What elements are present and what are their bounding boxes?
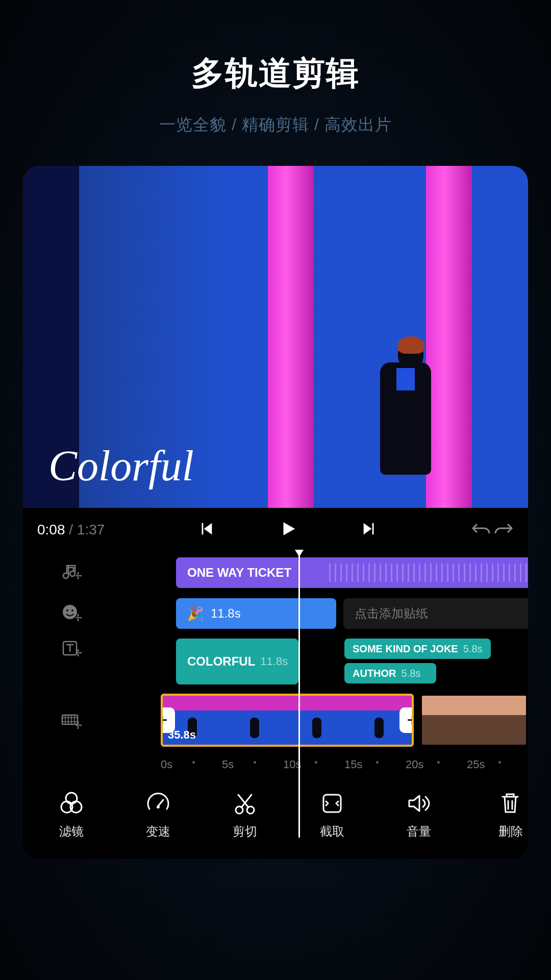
add-clip-before-button[interactable]: + [161, 707, 175, 733]
speed-button[interactable]: 变速 [115, 791, 202, 840]
text-label: SOME KIND OF JOKE [353, 643, 458, 655]
ruler-tick: 0s [161, 758, 222, 771]
ruler-tick: 10s [283, 758, 344, 771]
volume-button[interactable]: 音量 [375, 791, 462, 840]
music-label: ONE WAY TICKET [187, 566, 291, 580]
text-clip-extra[interactable]: AUTHOR 5.8s [344, 663, 436, 683]
editor-frame: Colorful 0:08 / 1:37 [23, 166, 528, 859]
timecode-total: 1:37 [77, 522, 105, 537]
emoji-icon [61, 603, 82, 624]
video-clip-selected[interactable]: + 35.8s + [161, 694, 414, 747]
cut-button[interactable]: 剪切 [202, 791, 288, 840]
next-icon [361, 520, 378, 537]
text-label: COLORFUL [187, 654, 255, 669]
filter-icon [59, 791, 84, 816]
crop-button[interactable]: 截取 [289, 791, 375, 840]
tool-label: 音量 [407, 823, 431, 840]
ruler-tick: 15s [344, 758, 406, 771]
playhead[interactable] [298, 553, 300, 838]
text-clip-extra[interactable]: SOME KIND OF JOKE 5.8s [344, 639, 491, 659]
ruler-tick: 20s [406, 758, 467, 771]
svg-point-2 [71, 609, 73, 611]
ruler-tick: 25s [467, 758, 528, 771]
tool-label: 删除 [498, 823, 523, 840]
text-label: AUTHOR [353, 668, 396, 679]
tool-label: 截取 [320, 823, 344, 840]
svg-point-1 [66, 609, 68, 611]
sticker-placeholder-text: 点击添加贴纸 [355, 605, 428, 622]
preview-pillar [268, 166, 314, 508]
music-track: ONE WAY TICKET [23, 557, 528, 589]
timeline: ONE WAY TICKET 🎉 11.8s 点击添加贴纸 COLORFUL 1 [23, 552, 528, 859]
redo-button[interactable] [493, 521, 514, 538]
timecode-current: 0:08 [37, 522, 65, 537]
text-duration: 5.8s [463, 643, 483, 655]
text-clip-main[interactable]: COLORFUL 11.8s [176, 639, 298, 684]
playback-bar: 0:08 / 1:37 [23, 508, 528, 552]
preview-subject [375, 334, 436, 477]
tool-label: 剪切 [233, 823, 257, 840]
sticker-track: 🎉 11.8s 点击添加贴纸 [23, 598, 528, 629]
add-sticker-button[interactable] [23, 603, 120, 624]
prev-button[interactable] [191, 520, 221, 540]
waveform [329, 564, 528, 582]
film-icon [61, 710, 82, 730]
tool-label: 滤镜 [59, 823, 84, 840]
video-track: + 35.8s + [23, 694, 528, 747]
play-button[interactable] [272, 520, 303, 540]
text-track: COLORFUL 11.8s SOME KIND OF JOKE 5.8s AU… [23, 639, 528, 684]
ruler-tick: 5s [222, 758, 283, 771]
sticker-duration: 11.8s [211, 606, 241, 621]
svg-point-5 [66, 793, 77, 804]
timecode: 0:08 / 1:37 [37, 522, 105, 538]
svg-point-0 [63, 605, 77, 619]
video-thumbnails [163, 696, 412, 745]
volume-icon [406, 791, 432, 816]
trash-icon [497, 791, 523, 816]
bottom-toolbar: 滤镜 变速 剪切 截取 音量 删除 [23, 791, 528, 859]
page-subtitle: 一览全貌 / 精确剪辑 / 高效出片 [0, 114, 551, 136]
music-clip[interactable]: ONE WAY TICKET [176, 557, 528, 588]
sticker-clip[interactable]: 🎉 11.8s [176, 598, 336, 629]
next-button[interactable] [354, 520, 385, 540]
svg-rect-11 [323, 795, 341, 812]
text-clip-stack: SOME KIND OF JOKE 5.8s AUTHOR 5.8s [344, 639, 491, 683]
svg-point-8 [157, 805, 160, 808]
add-sticker-placeholder[interactable]: 点击添加贴纸 [343, 598, 528, 629]
delete-button[interactable]: 删除 [462, 791, 523, 840]
music-icon [61, 562, 82, 583]
text-icon [61, 639, 82, 659]
filter-button[interactable]: 滤镜 [28, 791, 115, 840]
video-preview[interactable]: Colorful [23, 166, 528, 508]
text-duration: 5.8s [402, 668, 421, 679]
video-clip[interactable] [420, 694, 528, 747]
undo-icon [471, 521, 491, 536]
add-clip-after-button[interactable]: + [399, 707, 414, 733]
scissors-icon [232, 791, 258, 816]
redo-icon [493, 521, 514, 536]
preview-caption: Colorful [48, 441, 194, 491]
timecode-sep: / [65, 522, 77, 537]
tool-label: 变速 [146, 823, 170, 840]
speed-icon [145, 791, 171, 816]
party-popper-icon: 🎉 [187, 606, 204, 622]
time-ruler: 0s 5s 10s 15s 20s 25s [161, 758, 528, 771]
prev-icon [197, 520, 215, 537]
add-text-button[interactable] [23, 639, 120, 659]
add-music-button[interactable] [23, 562, 120, 583]
add-video-button[interactable] [23, 710, 120, 730]
text-duration: 11.8s [260, 655, 288, 668]
crop-icon [319, 791, 345, 816]
undo-button[interactable] [471, 521, 491, 538]
page-title: 多轨道剪辑 [0, 0, 551, 95]
svg-rect-4 [62, 715, 78, 724]
play-icon [279, 520, 296, 537]
video-thumbnails [422, 696, 526, 745]
